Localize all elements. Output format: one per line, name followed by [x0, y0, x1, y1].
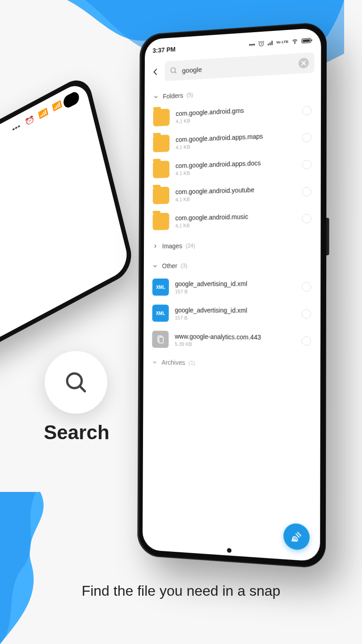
search-input[interactable]	[182, 60, 294, 74]
signal-icon	[267, 40, 273, 47]
alarm-icon	[258, 40, 264, 47]
select-radio[interactable]	[302, 187, 311, 196]
folder-icon	[153, 213, 169, 230]
select-radio[interactable]	[302, 214, 311, 223]
primary-phone-mockup: 3:37 PM ••• Vo LTE	[137, 21, 327, 568]
promo-tagline: Find the file you need in a snap	[0, 583, 362, 599]
select-radio[interactable]	[302, 133, 311, 143]
status-bar-secondary: •••⏰📶📶	[12, 100, 63, 133]
secondary-phone-mockup: •••⏰📶📶 Mi Drop	[0, 73, 135, 383]
item-size: 157 B	[175, 288, 295, 294]
folder-icon	[153, 187, 169, 204]
item-size: 157 B	[175, 315, 295, 321]
section-label: Archives	[162, 359, 185, 366]
chevron-left-icon	[152, 68, 159, 76]
status-time: 3:37 PM	[152, 46, 175, 54]
svg-rect-12	[159, 337, 164, 343]
folder-item[interactable]: com.google.android.youtube 4,1 KB	[144, 178, 320, 209]
folder-item[interactable]: com.google.android.music 4,1 KB	[144, 205, 320, 235]
select-radio[interactable]	[302, 160, 311, 169]
search-icon	[170, 67, 178, 75]
status-icons: ••• Vo LTE	[249, 37, 312, 48]
section-count: (24)	[185, 242, 195, 249]
select-radio[interactable]	[302, 336, 311, 346]
search-promo-circle	[45, 351, 107, 414]
svg-point-3	[295, 43, 295, 43]
chevron-down-icon	[153, 94, 160, 100]
search-promo-label: Search	[44, 421, 109, 444]
close-icon	[301, 61, 306, 66]
chevron-down-icon	[152, 263, 159, 269]
folder-icon	[153, 135, 169, 153]
document-icon	[152, 330, 168, 348]
item-size: 4,1 KB	[175, 220, 295, 228]
file-item[interactable]: www.google-analytics.com.443 5.39 KB	[143, 326, 320, 355]
front-camera	[227, 548, 232, 553]
folder-icon	[153, 161, 169, 178]
xml-icon: XML	[152, 305, 169, 322]
section-header-other[interactable]: Other (3)	[144, 253, 321, 274]
back-button[interactable]	[151, 68, 160, 76]
chevron-right-icon	[152, 244, 159, 249]
item-name: google_advertising_id.xml	[175, 306, 295, 314]
decorative-wave-bottom	[0, 492, 89, 644]
section-label: Images	[162, 242, 182, 250]
svg-line-1	[80, 386, 85, 391]
item-name: google_advertising_id.xml	[175, 280, 295, 287]
section-count: (3)	[181, 263, 187, 269]
section-header-images[interactable]: Images (24)	[144, 232, 321, 254]
chevron-down-icon	[152, 360, 158, 365]
more-icon: •••	[249, 41, 255, 48]
file-item[interactable]: XML google_advertising_id.xml 157 B	[143, 273, 320, 301]
xml-icon: XML	[152, 279, 169, 296]
wifi-icon	[291, 38, 299, 45]
section-count: (1)	[189, 360, 195, 366]
item-name: com.google.android.music	[175, 212, 295, 221]
svg-rect-6	[311, 39, 312, 41]
section-label: Folders	[163, 92, 183, 100]
volte-label: Vo LTE	[276, 40, 288, 44]
file-item[interactable]: XML google_advertising_id.xml 157 B	[143, 300, 320, 327]
power-button	[326, 218, 329, 255]
section-count: (5)	[187, 92, 194, 98]
item-size: 5.39 KB	[175, 341, 295, 348]
broom-icon	[290, 530, 303, 543]
section-label: Other	[162, 262, 177, 269]
select-radio[interactable]	[302, 106, 311, 116]
search-icon	[63, 370, 88, 395]
item-name: www.google-analytics.com.443	[175, 332, 295, 341]
camera-cutout	[62, 90, 80, 110]
svg-rect-5	[303, 39, 310, 42]
select-radio[interactable]	[302, 309, 311, 318]
clear-search-button[interactable]	[299, 58, 309, 68]
folder-icon	[153, 109, 170, 127]
section-header-archives[interactable]: Archives (1)	[143, 352, 320, 373]
battery-icon	[301, 38, 312, 44]
svg-line-8	[175, 72, 177, 73]
select-radio[interactable]	[302, 282, 311, 292]
clean-fab[interactable]	[283, 523, 310, 551]
